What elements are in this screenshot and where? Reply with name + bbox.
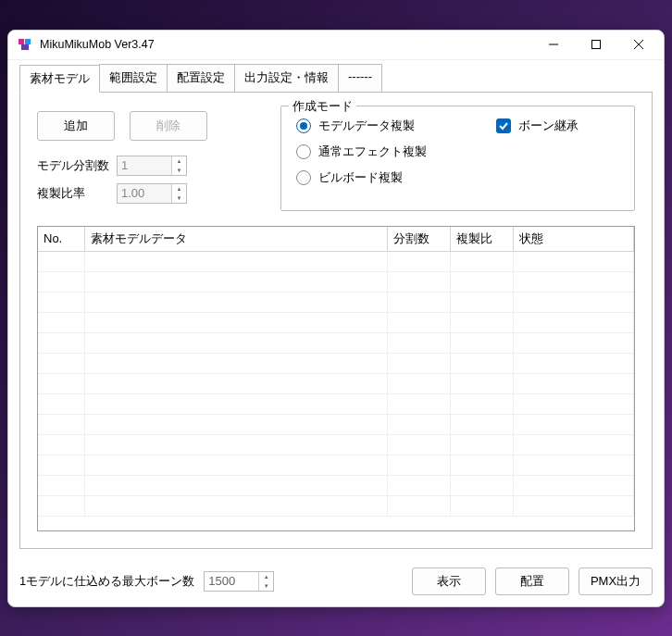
place-button[interactable]: 配置: [495, 567, 569, 595]
table-header-row: No. 素材モデルデータ 分割数 複製比 状態: [38, 227, 634, 252]
svg-rect-1: [25, 39, 31, 44]
table-row[interactable]: [38, 393, 634, 414]
table-row[interactable]: [38, 292, 634, 312]
spin-down-icon[interactable]: ▼: [259, 581, 273, 591]
close-button[interactable]: [617, 31, 660, 58]
radio-model-data-dup[interactable]: モデルデータ複製: [296, 118, 468, 134]
split-count-input[interactable]: [118, 156, 171, 175]
radio-billboard-dup[interactable]: ビルボード複製: [296, 169, 468, 186]
content-area: 素材モデル 範囲設定 配置設定 出力設定・情報 ------ 追加 削除 モデル…: [8, 64, 664, 560]
table-row[interactable]: [38, 251, 634, 271]
tab-placement-setting[interactable]: 配置設定: [167, 64, 235, 92]
table-row[interactable]: [38, 353, 634, 373]
dup-ratio-input[interactable]: [118, 184, 171, 203]
app-window: MikuMikuMob Ver3.47 素材モデル 範囲設定 配置設定 出力設定…: [7, 30, 665, 607]
checkbox-label: ボーン継承: [518, 118, 579, 134]
max-bone-spinner[interactable]: ▲▼: [204, 571, 274, 592]
check-icon: [496, 118, 511, 133]
radio-label: モデルデータ複製: [318, 118, 415, 134]
col-model-data[interactable]: 素材モデルデータ: [84, 227, 388, 252]
window-title: MikuMikuMob Ver3.47: [40, 38, 155, 51]
tab-material-model[interactable]: 素材モデル: [19, 65, 100, 93]
radio-normal-effect-dup[interactable]: 通常エフェクト複製: [296, 143, 468, 160]
split-count-spinner[interactable]: ▲▼: [117, 156, 187, 176]
table-row[interactable]: [38, 475, 634, 495]
minimize-button[interactable]: [532, 31, 575, 58]
table-row[interactable]: [38, 414, 634, 434]
tab-output-setting[interactable]: 出力設定・情報: [234, 64, 339, 92]
radio-label: ビルボード複製: [318, 169, 403, 186]
maximize-button[interactable]: [575, 31, 617, 58]
model-table[interactable]: No. 素材モデルデータ 分割数 複製比 状態: [37, 226, 635, 531]
display-button[interactable]: 表示: [412, 567, 486, 595]
col-status[interactable]: 状態: [514, 227, 634, 252]
spin-down-icon[interactable]: ▼: [172, 193, 186, 203]
creation-mode-group: 作成モード モデルデータ複製 ボーン継承: [280, 106, 635, 211]
footer: 1モデルに仕込める最大ボーン数 ▲▼ 表示 配置 PMX出力: [8, 560, 664, 606]
delete-button[interactable]: 削除: [130, 111, 207, 141]
tab-range-setting[interactable]: 範囲設定: [99, 64, 168, 92]
group-title: 作成モード: [289, 98, 356, 115]
table-row[interactable]: [38, 312, 634, 332]
col-ratio[interactable]: 複製比: [451, 227, 514, 252]
spin-down-icon[interactable]: ▼: [172, 166, 186, 175]
table-row[interactable]: [38, 373, 634, 393]
checkbox-bone-inherit[interactable]: ボーン継承: [496, 118, 620, 134]
max-bone-input[interactable]: [205, 572, 258, 591]
col-split[interactable]: 分割数: [388, 227, 451, 252]
table-row[interactable]: [38, 455, 634, 475]
svg-rect-4: [592, 41, 601, 49]
pmx-export-button[interactable]: PMX出力: [579, 567, 653, 595]
tab-strip: 素材モデル 範囲設定 配置設定 出力設定・情報 ------: [19, 64, 653, 92]
titlebar: MikuMikuMob Ver3.47: [8, 31, 664, 60]
add-button[interactable]: 追加: [37, 111, 115, 141]
radio-icon: [296, 144, 311, 159]
table-row[interactable]: [38, 271, 634, 292]
dup-ratio-spinner[interactable]: ▲▼: [117, 183, 187, 204]
radio-icon: [296, 170, 311, 185]
spin-up-icon[interactable]: ▲: [259, 572, 273, 581]
dup-ratio-label: 複製比率: [37, 185, 117, 202]
app-icon: [18, 37, 32, 52]
spin-up-icon[interactable]: ▲: [172, 156, 186, 166]
radio-icon: [296, 118, 311, 133]
tab-extra[interactable]: ------: [338, 64, 382, 92]
table-row[interactable]: [38, 434, 634, 455]
col-no[interactable]: No.: [38, 227, 84, 252]
spin-up-icon[interactable]: ▲: [172, 184, 186, 193]
split-count-label: モデル分割数: [37, 157, 117, 174]
svg-rect-0: [19, 39, 24, 44]
tab-panel: 追加 削除 モデル分割数 ▲▼ 複製比率 ▲▼: [19, 92, 653, 549]
radio-label: 通常エフェクト複製: [318, 143, 427, 160]
table-row[interactable]: [38, 332, 634, 353]
table-row[interactable]: [38, 495, 634, 516]
svg-rect-2: [21, 44, 29, 50]
max-bone-label: 1モデルに仕込める最大ボーン数: [19, 573, 194, 590]
